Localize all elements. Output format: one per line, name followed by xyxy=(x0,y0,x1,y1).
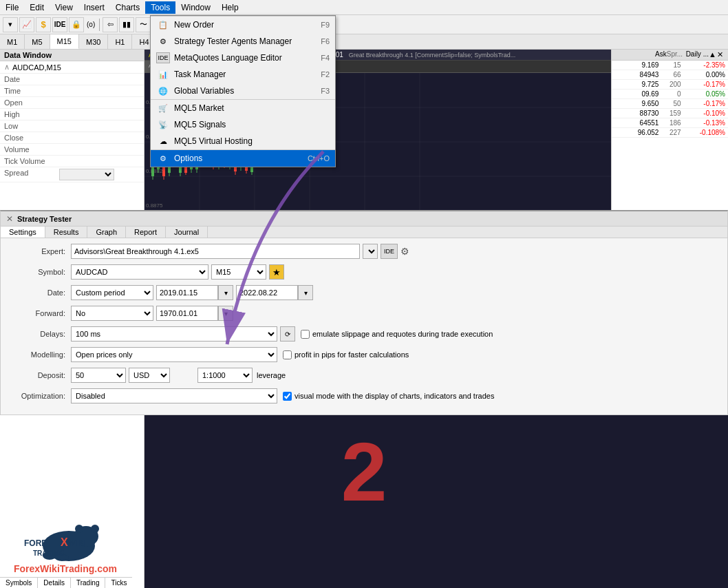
mw-row-6: 64551 186 -0.13% xyxy=(612,118,728,128)
svg-point-61 xyxy=(91,525,99,533)
dw-row-date: Date xyxy=(0,74,144,85)
toolbar-bars[interactable]: ▮▮ xyxy=(119,17,134,32)
menu-tools[interactable]: Tools xyxy=(145,1,175,14)
leverage-select[interactable]: 1:1000 xyxy=(197,368,253,383)
menu-item-strategy-tester[interactable]: ⚙ Strategy Tester Agents Manager F6 xyxy=(151,33,335,50)
toolbar: ▾ 📈 $ IDE 🔒 (o) ⇦ ▮▮ 〜 🔍+ 🔍- ⊞ ↗ ✛ ✏ / xyxy=(0,15,728,34)
modelling-select[interactable]: Open prices only xyxy=(71,347,277,362)
mw-row-5: 88730 159 -0.10% xyxy=(612,109,728,118)
strategy-tester-icon: ⚙ xyxy=(156,36,170,47)
st-row-delays: Delays: 100 ms ⟳ emulate slippage and re… xyxy=(9,326,719,342)
date-from-calendar[interactable]: ▾ xyxy=(218,285,233,300)
menu-item-mql5-signals[interactable]: 📡 MQL5 Signals xyxy=(151,116,335,133)
menu-insert[interactable]: Insert xyxy=(78,1,110,14)
toolbar-waves[interactable]: 〜 xyxy=(136,17,151,32)
spread-select[interactable] xyxy=(59,169,114,180)
menu-item-mql5-virtual[interactable]: ☁ MQL5 Virtual Hosting xyxy=(151,133,335,149)
tab-m5[interactable]: M5 xyxy=(25,34,50,49)
dw-bottom-tabs: Symbols Details Trading Ticks xyxy=(0,577,132,588)
toolbar-lock[interactable]: 🔒 xyxy=(69,17,84,32)
symbol-star-btn[interactable]: ★ xyxy=(269,264,284,280)
mw-row-4: 9.650 50 -0.17% xyxy=(612,99,728,109)
visual-checkbox[interactable] xyxy=(283,392,292,401)
st-tab-results[interactable]: Results xyxy=(45,227,88,238)
menu-edit[interactable]: Edit xyxy=(24,1,50,14)
date-from-input[interactable] xyxy=(156,285,218,300)
market-watch-scroll[interactable]: ▲ xyxy=(709,50,717,59)
ide-icon: IDE xyxy=(156,52,170,63)
expert-ide-btn[interactable]: IDE xyxy=(381,244,398,259)
forward-select[interactable]: No xyxy=(71,306,153,321)
delays-refresh-btn[interactable]: ⟳ xyxy=(280,326,295,342)
profit-checkbox[interactable] xyxy=(283,350,292,359)
tab-trading[interactable]: Trading xyxy=(71,578,106,588)
menu-item-global-variables[interactable]: 🌐 Global Variables F3 xyxy=(151,83,335,99)
mw-row-1: 84943 66 0.00% xyxy=(612,70,728,80)
st-row-date: Date: Custom period ▾ ▾ xyxy=(9,285,719,300)
mw-row-2: 9.725 200 -0.17% xyxy=(612,80,728,90)
toolbar-new[interactable]: ▾ xyxy=(3,17,18,32)
menu-help[interactable]: Help xyxy=(216,1,244,14)
tab-m30[interactable]: M30 xyxy=(79,34,108,49)
menu-item-new-order[interactable]: 📋 New Order F9 xyxy=(151,16,335,33)
forward-calendar[interactable]: ▾ xyxy=(218,306,233,321)
mw-row-3: 09.69 0 0.05% xyxy=(612,90,728,99)
deposit-amount-select[interactable]: 50 xyxy=(71,368,126,383)
forward-date-input[interactable] xyxy=(156,306,218,321)
dw-row-open: Open xyxy=(0,97,144,109)
tab-h1[interactable]: H1 xyxy=(108,34,132,49)
toolbar-prev-chart[interactable]: ⇦ xyxy=(103,17,118,32)
strategy-tester-close-btn[interactable]: ✕ xyxy=(5,214,14,224)
modelling-label: Modelling: xyxy=(9,350,71,359)
menu-item-mql5-market[interactable]: 🛒 MQL5 Market xyxy=(151,100,335,116)
timeframe-select[interactable]: M15 xyxy=(211,264,266,280)
profit-check-text: profit in pips for faster calculations xyxy=(295,350,409,359)
tab-symbols[interactable]: Symbols xyxy=(0,578,38,588)
st-tab-journal[interactable]: Journal xyxy=(166,227,208,238)
st-tab-report[interactable]: Report xyxy=(126,227,166,238)
expert-input[interactable] xyxy=(71,244,360,259)
menu-item-task-manager[interactable]: 📊 Task Manager F2 xyxy=(151,66,335,83)
st-row-symbol: Symbol: AUDCAD M15 ★ xyxy=(9,264,719,280)
toolbar-chart[interactable]: 📈 xyxy=(19,17,34,32)
menu-item-options[interactable]: ⚙ Options Ctrl+O xyxy=(151,150,335,167)
symbol-select[interactable]: AUDCAD xyxy=(71,264,208,280)
logo-svg: X FORE WIKI TRADING xyxy=(21,520,117,561)
st-tab-graph[interactable]: Graph xyxy=(87,227,126,238)
tab-details[interactable]: Details xyxy=(38,578,71,588)
expert-gear-btn[interactable]: ⚙ xyxy=(400,244,409,259)
date-to-calendar[interactable]: ▾ xyxy=(298,285,313,300)
dw-row-time: Time xyxy=(0,85,144,97)
strategy-tester-title: Strategy Tester xyxy=(17,215,72,223)
data-window-symbol: ∧ AUDCAD,M15 xyxy=(0,61,144,74)
menu-item-mql-editor[interactable]: IDE MetaQuotes Language Editor F4 xyxy=(151,50,335,66)
date-type-select[interactable]: Custom period xyxy=(71,285,153,300)
menu-window[interactable]: Window xyxy=(175,1,216,14)
delays-check-label: emulate slippage and requotes during tra… xyxy=(301,330,493,339)
strategy-tester-panel: ✕ Strategy Tester Settings Results Graph… xyxy=(0,210,728,415)
delays-checkbox[interactable] xyxy=(301,330,310,339)
menu-file[interactable]: File xyxy=(0,1,24,14)
dw-row-tick-volume: Tick Volume xyxy=(0,156,144,167)
menu-view[interactable]: View xyxy=(50,1,78,14)
expert-select[interactable] xyxy=(363,244,378,259)
logo-url: ForexWikiTrading.com xyxy=(14,563,117,574)
optimization-select[interactable]: Disabled xyxy=(71,388,277,403)
toolbar-dollar[interactable]: $ xyxy=(36,17,51,32)
delays-select[interactable]: 100 ms xyxy=(71,326,277,342)
svg-text:WIKI: WIKI xyxy=(67,538,86,548)
toolbar-ide[interactable]: IDE xyxy=(52,17,67,32)
profit-check-label: profit in pips for faster calculations xyxy=(283,350,409,359)
tab-m1[interactable]: M1 xyxy=(0,34,25,49)
date-to-input[interactable] xyxy=(236,285,298,300)
tab-ticks[interactable]: Ticks xyxy=(105,578,132,588)
chart-indicator-text: Great Breakthrough 4.1 [CommentSlip=fals… xyxy=(349,52,516,59)
market-watch-close[interactable]: ✕ xyxy=(717,50,725,59)
deposit-currency-select[interactable]: USD xyxy=(129,368,170,383)
st-form: Expert: IDE ⚙ Symbol: AUDCAD M15 ★ Date:… xyxy=(1,238,727,414)
st-tab-settings[interactable]: Settings xyxy=(1,227,45,238)
symbol-label: Symbol: xyxy=(9,268,71,276)
logo-area: X FORE WIKI TRADING ForexWikiTrading.com xyxy=(14,520,117,574)
menu-charts[interactable]: Charts xyxy=(110,1,145,14)
tab-m15[interactable]: M15 xyxy=(50,34,79,49)
